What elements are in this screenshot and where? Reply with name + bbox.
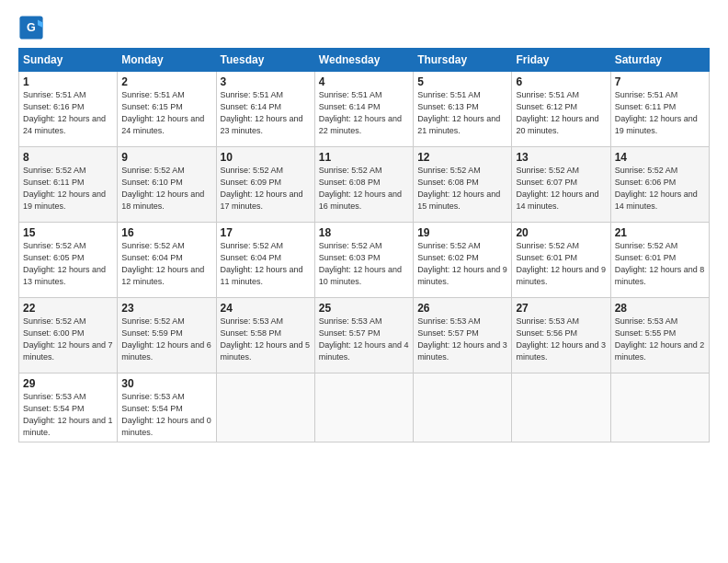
calendar-cell: 2Sunrise: 5:51 AMSunset: 6:15 PMDaylight… xyxy=(118,72,216,147)
calendar-cell: 4Sunrise: 5:51 AMSunset: 6:14 PMDaylight… xyxy=(314,72,413,147)
day-number: 22 xyxy=(23,302,113,315)
calendar-cell xyxy=(610,373,709,442)
day-info: Sunrise: 5:52 AMSunset: 6:10 PMDaylight:… xyxy=(121,165,211,213)
calendar-cell: 24Sunrise: 5:53 AMSunset: 5:58 PMDayligh… xyxy=(216,298,314,373)
day-info: Sunrise: 5:51 AMSunset: 6:12 PMDaylight:… xyxy=(516,89,606,137)
calendar-week-2: 8Sunrise: 5:52 AMSunset: 6:11 PMDaylight… xyxy=(19,147,710,223)
calendar-cell: 20Sunrise: 5:52 AMSunset: 6:01 PMDayligh… xyxy=(512,223,610,298)
calendar-cell xyxy=(314,373,413,442)
day-number: 9 xyxy=(121,151,211,164)
day-info: Sunrise: 5:53 AMSunset: 5:58 PMDaylight:… xyxy=(221,316,311,363)
calendar-week-1: 1Sunrise: 5:51 AMSunset: 6:16 PMDaylight… xyxy=(19,72,710,147)
calendar-cell: 11Sunrise: 5:52 AMSunset: 6:08 PMDayligh… xyxy=(314,147,413,223)
logo-icon: G xyxy=(18,15,44,40)
calendar-cell: 21Sunrise: 5:52 AMSunset: 6:01 PMDayligh… xyxy=(610,223,709,298)
day-info: Sunrise: 5:52 AMSunset: 6:01 PMDaylight:… xyxy=(516,240,606,288)
calendar: SundayMondayTuesdayWednesdayThursdayFrid… xyxy=(18,48,710,442)
day-info: Sunrise: 5:53 AMSunset: 5:55 PMDaylight:… xyxy=(615,316,705,363)
calendar-cell: 1Sunrise: 5:51 AMSunset: 6:16 PMDaylight… xyxy=(19,72,118,147)
day-info: Sunrise: 5:53 AMSunset: 5:57 PMDaylight:… xyxy=(417,316,507,363)
day-info: Sunrise: 5:52 AMSunset: 6:06 PMDaylight:… xyxy=(615,165,705,213)
day-info: Sunrise: 5:53 AMSunset: 5:54 PMDaylight:… xyxy=(121,391,211,439)
day-info: Sunrise: 5:52 AMSunset: 6:04 PMDaylight:… xyxy=(121,240,211,288)
calendar-cell: 10Sunrise: 5:52 AMSunset: 6:09 PMDayligh… xyxy=(216,147,314,223)
day-number: 11 xyxy=(319,151,409,164)
day-number: 1 xyxy=(23,75,113,88)
calendar-cell: 26Sunrise: 5:53 AMSunset: 5:57 PMDayligh… xyxy=(414,298,512,373)
day-number: 4 xyxy=(319,75,409,88)
day-number: 6 xyxy=(516,75,606,88)
day-number: 28 xyxy=(615,302,705,315)
day-info: Sunrise: 5:52 AMSunset: 6:11 PMDaylight:… xyxy=(23,165,113,213)
calendar-cell: 13Sunrise: 5:52 AMSunset: 6:07 PMDayligh… xyxy=(512,147,610,223)
calendar-cell: 5Sunrise: 5:51 AMSunset: 6:13 PMDaylight… xyxy=(414,72,512,147)
day-number: 20 xyxy=(516,226,606,239)
calendar-cell: 7Sunrise: 5:51 AMSunset: 6:11 PMDaylight… xyxy=(610,72,709,147)
day-number: 15 xyxy=(23,226,113,239)
calendar-cell: 29Sunrise: 5:53 AMSunset: 5:54 PMDayligh… xyxy=(19,373,118,442)
calendar-cell: 30Sunrise: 5:53 AMSunset: 5:54 PMDayligh… xyxy=(118,373,216,442)
day-number: 25 xyxy=(319,302,409,315)
day-number: 27 xyxy=(516,302,606,315)
day-number: 10 xyxy=(221,151,311,164)
col-header-thursday: Thursday xyxy=(414,49,512,72)
day-number: 29 xyxy=(23,377,113,390)
day-info: Sunrise: 5:52 AMSunset: 6:00 PMDaylight:… xyxy=(23,316,113,363)
svg-text:G: G xyxy=(27,21,36,34)
day-info: Sunrise: 5:51 AMSunset: 6:14 PMDaylight:… xyxy=(221,89,311,137)
day-info: Sunrise: 5:53 AMSunset: 5:56 PMDaylight:… xyxy=(516,316,606,363)
calendar-week-3: 15Sunrise: 5:52 AMSunset: 6:05 PMDayligh… xyxy=(19,223,710,298)
day-info: Sunrise: 5:51 AMSunset: 6:14 PMDaylight:… xyxy=(319,89,409,137)
day-number: 18 xyxy=(319,226,409,239)
calendar-cell: 23Sunrise: 5:52 AMSunset: 5:59 PMDayligh… xyxy=(118,298,216,373)
calendar-cell: 27Sunrise: 5:53 AMSunset: 5:56 PMDayligh… xyxy=(512,298,610,373)
calendar-cell: 19Sunrise: 5:52 AMSunset: 6:02 PMDayligh… xyxy=(414,223,512,298)
day-number: 5 xyxy=(417,75,507,88)
day-info: Sunrise: 5:52 AMSunset: 6:05 PMDaylight:… xyxy=(23,240,113,288)
day-info: Sunrise: 5:52 AMSunset: 6:03 PMDaylight:… xyxy=(319,240,409,288)
calendar-cell: 8Sunrise: 5:52 AMSunset: 6:11 PMDaylight… xyxy=(19,147,118,223)
day-number: 8 xyxy=(23,151,113,164)
calendar-cell xyxy=(512,373,610,442)
day-info: Sunrise: 5:53 AMSunset: 5:57 PMDaylight:… xyxy=(319,316,409,363)
calendar-cell xyxy=(216,373,314,442)
calendar-cell: 6Sunrise: 5:51 AMSunset: 6:12 PMDaylight… xyxy=(512,72,610,147)
day-info: Sunrise: 5:52 AMSunset: 6:08 PMDaylight:… xyxy=(319,165,409,213)
calendar-cell xyxy=(414,373,512,442)
col-header-monday: Monday xyxy=(118,49,216,72)
day-number: 24 xyxy=(221,302,311,315)
calendar-cell: 18Sunrise: 5:52 AMSunset: 6:03 PMDayligh… xyxy=(314,223,413,298)
calendar-week-4: 22Sunrise: 5:52 AMSunset: 6:00 PMDayligh… xyxy=(19,298,710,373)
calendar-week-5: 29Sunrise: 5:53 AMSunset: 5:54 PMDayligh… xyxy=(19,373,710,442)
day-number: 14 xyxy=(615,151,705,164)
logo: G xyxy=(18,15,48,40)
day-number: 26 xyxy=(417,302,507,315)
calendar-cell: 9Sunrise: 5:52 AMSunset: 6:10 PMDaylight… xyxy=(118,147,216,223)
calendar-cell: 16Sunrise: 5:52 AMSunset: 6:04 PMDayligh… xyxy=(118,223,216,298)
day-info: Sunrise: 5:52 AMSunset: 6:01 PMDaylight:… xyxy=(615,240,705,288)
header: G xyxy=(18,15,710,40)
day-number: 30 xyxy=(121,377,211,390)
calendar-cell: 15Sunrise: 5:52 AMSunset: 6:05 PMDayligh… xyxy=(19,223,118,298)
day-info: Sunrise: 5:52 AMSunset: 6:04 PMDaylight:… xyxy=(221,240,311,288)
day-number: 21 xyxy=(615,226,705,239)
calendar-cell: 14Sunrise: 5:52 AMSunset: 6:06 PMDayligh… xyxy=(610,147,709,223)
calendar-cell: 17Sunrise: 5:52 AMSunset: 6:04 PMDayligh… xyxy=(216,223,314,298)
day-number: 17 xyxy=(221,226,311,239)
day-info: Sunrise: 5:52 AMSunset: 6:09 PMDaylight:… xyxy=(221,165,311,213)
day-info: Sunrise: 5:51 AMSunset: 6:11 PMDaylight:… xyxy=(615,89,705,137)
col-header-sunday: Sunday xyxy=(19,49,118,72)
day-number: 16 xyxy=(121,226,211,239)
col-header-saturday: Saturday xyxy=(610,49,709,72)
day-info: Sunrise: 5:52 AMSunset: 6:08 PMDaylight:… xyxy=(417,165,507,213)
day-info: Sunrise: 5:51 AMSunset: 6:15 PMDaylight:… xyxy=(121,89,211,137)
col-header-wednesday: Wednesday xyxy=(314,49,413,72)
day-number: 19 xyxy=(417,226,507,239)
calendar-header-row: SundayMondayTuesdayWednesdayThursdayFrid… xyxy=(19,49,710,72)
calendar-cell: 12Sunrise: 5:52 AMSunset: 6:08 PMDayligh… xyxy=(414,147,512,223)
calendar-cell: 22Sunrise: 5:52 AMSunset: 6:00 PMDayligh… xyxy=(19,298,118,373)
day-info: Sunrise: 5:52 AMSunset: 5:59 PMDaylight:… xyxy=(121,316,211,363)
day-number: 13 xyxy=(516,151,606,164)
day-info: Sunrise: 5:53 AMSunset: 5:54 PMDaylight:… xyxy=(23,391,113,439)
day-info: Sunrise: 5:51 AMSunset: 6:16 PMDaylight:… xyxy=(23,89,113,137)
